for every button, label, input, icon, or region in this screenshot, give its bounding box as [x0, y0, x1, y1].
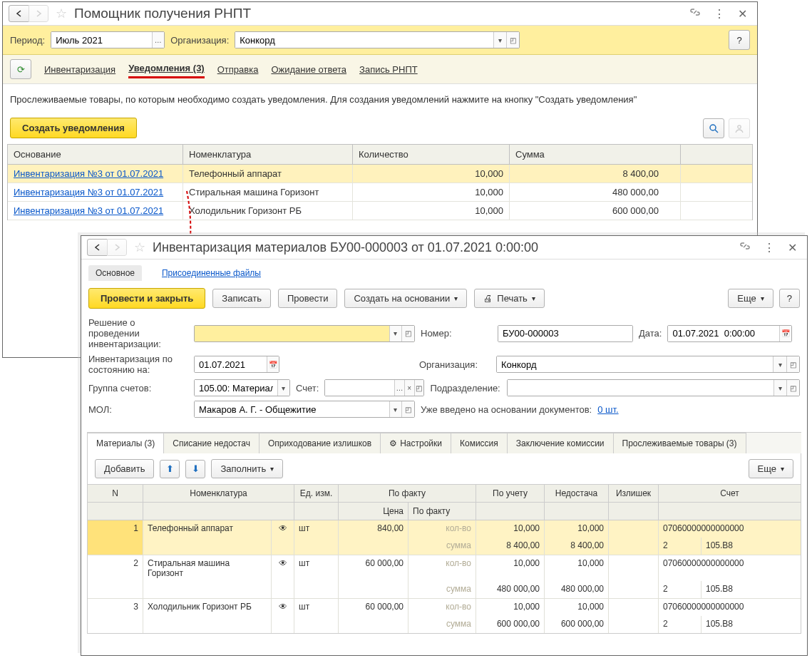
- eye-icon[interactable]: 👁: [272, 555, 294, 581]
- nav-forward-button[interactable]: [107, 239, 127, 256]
- already-count-link[interactable]: 0 шт.: [597, 404, 618, 415]
- basis-link[interactable]: Инвентаризация №3 от 01.07.2021: [14, 168, 163, 179]
- create-notifications-button[interactable]: Создать уведомления: [10, 118, 137, 138]
- decision-input[interactable]: ▾ ◰: [194, 325, 415, 342]
- kebab-icon[interactable]: ⋮: [759, 241, 779, 255]
- table-row[interactable]: 2 Стиральная машина Горизонт 👁 шт 60 000…: [88, 555, 801, 581]
- favorite-star-icon[interactable]: ☆: [131, 240, 148, 255]
- move-down-button[interactable]: ⬇: [185, 460, 205, 478]
- asof-input[interactable]: 📅: [194, 356, 279, 373]
- fill-button[interactable]: Заполнить▾: [211, 459, 283, 478]
- nav-back-button[interactable]: [87, 239, 107, 256]
- tab-notifications[interactable]: Уведомления (3): [128, 60, 205, 78]
- tab-traced[interactable]: Прослеживаемые товары (3): [613, 433, 746, 453]
- close-icon[interactable]: ✕: [783, 241, 801, 255]
- more-button[interactable]: Еще▾: [728, 289, 773, 308]
- number-label: Номер:: [421, 328, 492, 339]
- table-row[interactable]: Инвентаризация №3 от 01.07.2021 Телефонн…: [8, 165, 752, 183]
- page-title: Помощник получения РНПТ: [74, 6, 681, 21]
- nav-forward-button[interactable]: [29, 5, 48, 22]
- group-label: Группа счетов:: [88, 383, 188, 394]
- decision-open-button[interactable]: ◰: [401, 326, 414, 341]
- tab-writeoff[interactable]: Списание недостач: [163, 433, 259, 453]
- org-label: Организация:: [170, 35, 229, 46]
- table-row[interactable]: Инвентаризация №3 от 01.07.2021 Холодиль…: [8, 202, 752, 220]
- col-quantity[interactable]: Количество: [353, 145, 510, 164]
- org-input[interactable]: ▾ ◰: [235, 31, 520, 48]
- create-on-basis-button[interactable]: Создать на основании▾: [344, 289, 467, 308]
- org-dropdown-button[interactable]: ▾: [493, 32, 506, 48]
- tab-settings[interactable]: ⚙Настройки: [380, 433, 451, 453]
- period-input[interactable]: …: [51, 31, 165, 48]
- asof-label: Инвентаризация по состоянию на:: [88, 354, 188, 375]
- refresh-button[interactable]: ⟳: [10, 59, 31, 79]
- tab-record[interactable]: Запись РНПТ: [359, 61, 418, 78]
- col-basis[interactable]: Основание: [8, 145, 183, 164]
- account-input[interactable]: …×◰: [324, 379, 424, 396]
- basis-link[interactable]: Инвентаризация №3 от 01.07.2021: [14, 187, 163, 197]
- org-open-button[interactable]: ◰: [506, 32, 519, 48]
- notifications-table: Основание Номенклатура Количество Сумма …: [7, 144, 753, 220]
- printer-icon: 🖨: [483, 293, 493, 304]
- tab-materials[interactable]: Материалы (3): [87, 433, 164, 453]
- col-sum[interactable]: Сумма: [510, 145, 681, 164]
- date-input[interactable]: 📅: [667, 325, 792, 342]
- table-row[interactable]: 1 Телефонный аппарат 👁 шт 840,00 кол-во …: [88, 520, 801, 538]
- more-button-inner[interactable]: Еще▾: [749, 459, 793, 478]
- nav-back-button[interactable]: [9, 5, 29, 22]
- svg-point-0: [710, 125, 716, 130]
- dept-label: Подразделение:: [430, 383, 501, 394]
- account-label: Счет:: [296, 383, 319, 394]
- gear-icon: ⚙: [389, 438, 397, 448]
- link-icon[interactable]: [735, 240, 755, 255]
- mol-input[interactable]: ▾◰: [194, 401, 415, 418]
- eye-icon[interactable]: 👁: [272, 599, 294, 616]
- already-label: Уже введено на основании документов:: [421, 404, 592, 415]
- subtab-main[interactable]: Основное: [88, 265, 142, 281]
- move-up-button[interactable]: ⬆: [160, 460, 180, 478]
- tab-commission[interactable]: Комиссия: [451, 433, 508, 453]
- tab-sending[interactable]: Отправка: [217, 61, 259, 78]
- description-text: Прослеживаемые товары, по которым необхо…: [3, 84, 757, 115]
- page-title: Инвентаризация материалов БУ00-000003 от…: [153, 240, 731, 255]
- close-icon[interactable]: ✕: [734, 7, 751, 21]
- dept-input[interactable]: ▾◰: [507, 379, 800, 396]
- tab-inventory[interactable]: Инвентаризация: [44, 61, 115, 78]
- svg-point-1: [738, 125, 741, 128]
- post-button[interactable]: Провести: [278, 289, 338, 308]
- period-label: Период:: [10, 35, 45, 46]
- materials-table: N Номенклатура Ед. изм. По факту По учет…: [87, 485, 801, 634]
- post-and-close-button[interactable]: Провести и закрыть: [88, 288, 205, 309]
- decision-dropdown-button[interactable]: ▾: [389, 326, 402, 341]
- col-nomenclature[interactable]: Номенклатура: [183, 145, 353, 164]
- table-row[interactable]: 3 Холодильник Горизонт РБ 👁 шт 60 000,00…: [88, 599, 801, 616]
- search-button[interactable]: [703, 118, 724, 138]
- org-input[interactable]: ▾◰: [496, 356, 800, 373]
- tab-posting[interactable]: Оприходование излишков: [259, 433, 381, 453]
- group-input[interactable]: ▾: [194, 379, 290, 396]
- user-button[interactable]: [729, 118, 750, 138]
- tab-conclusion[interactable]: Заключение комиссии: [507, 433, 614, 453]
- print-button[interactable]: 🖨Печать▾: [474, 289, 545, 308]
- kebab-icon[interactable]: ⋮: [709, 7, 729, 21]
- number-input[interactable]: [498, 325, 633, 342]
- eye-icon[interactable]: 👁: [272, 520, 294, 538]
- calendar-icon[interactable]: 📅: [779, 326, 792, 341]
- tab-waiting[interactable]: Ожидание ответа: [271, 61, 346, 78]
- favorite-star-icon[interactable]: ☆: [53, 6, 70, 21]
- basis-link[interactable]: Инвентаризация №3 от 01.07.2021: [14, 205, 163, 216]
- org-label: Организация:: [419, 359, 490, 370]
- help-button[interactable]: ?: [779, 289, 800, 308]
- calendar-icon[interactable]: 📅: [267, 356, 279, 372]
- subtab-files[interactable]: Присоединенные файлы: [155, 265, 268, 281]
- period-ellipsis-button[interactable]: …: [152, 32, 165, 48]
- help-button[interactable]: ?: [729, 30, 750, 50]
- mol-label: МОЛ:: [88, 404, 188, 415]
- record-button[interactable]: Записать: [212, 289, 271, 308]
- table-row[interactable]: Инвентаризация №3 от 01.07.2021 Стиральн…: [8, 183, 752, 202]
- link-icon[interactable]: [685, 6, 705, 21]
- add-button[interactable]: Добавить: [95, 459, 154, 478]
- date-label: Дата:: [639, 328, 662, 339]
- decision-label: Решение о проведении инвентаризации:: [88, 317, 188, 349]
